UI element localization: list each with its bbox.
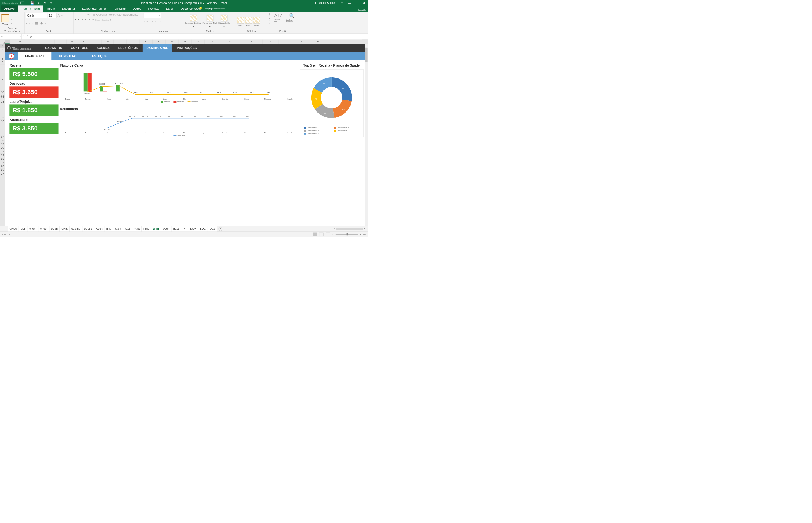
- sheet-tab-active[interactable]: dFin: [151, 226, 161, 232]
- tab-desenhar[interactable]: Desenhar: [58, 5, 78, 12]
- sheet-tab[interactable]: cProd: [8, 226, 19, 232]
- col-header[interactable]: H: [102, 39, 113, 44]
- delete-cells-button[interactable]: Excluir: [245, 17, 252, 26]
- align-left-icon[interactable]: ≡: [75, 19, 76, 21]
- sheet-tab[interactable]: cMat: [60, 226, 70, 232]
- clear-icon[interactable]: ◇ ▾: [269, 22, 271, 26]
- decrease-indent-icon[interactable]: ⇤: [85, 19, 86, 21]
- col-header[interactable]: M: [166, 39, 179, 44]
- col-header[interactable]: P: [205, 39, 219, 44]
- fill-icon[interactable]: ⬇ ▾: [269, 18, 271, 21]
- conditional-formatting-button[interactable]: Formatação Condicional ▾: [186, 15, 201, 28]
- tab-revisao[interactable]: Revisão: [145, 5, 163, 12]
- col-header[interactable]: K: [140, 39, 153, 44]
- share-button[interactable]: ⇪Compartilhar: [356, 9, 366, 11]
- sheet-nav-prev-icon[interactable]: ◀: [1, 228, 2, 230]
- sheet-scroll-right-icon[interactable]: ▶: [364, 228, 366, 230]
- autosave-toggle[interactable]: Salvamento Automático: [2, 2, 25, 4]
- font-size-select[interactable]: [48, 13, 57, 18]
- col-header[interactable]: F: [78, 39, 90, 44]
- increase-indent-icon[interactable]: ⇥: [89, 19, 90, 21]
- col-header[interactable]: B: [10, 39, 31, 44]
- sheet-tab[interactable]: rCon: [113, 226, 123, 232]
- accounting-format-icon[interactable]: ▾: [144, 21, 144, 22]
- select-all-triangle[interactable]: [0, 39, 5, 44]
- cut-icon[interactable]: ✂: [11, 15, 12, 17]
- col-header[interactable]: D: [55, 39, 66, 44]
- view-normal-icon[interactable]: [313, 233, 317, 236]
- close-icon[interactable]: ✕: [363, 1, 366, 5]
- cell-styles-button[interactable]: Estilos de Célula ▾: [218, 15, 229, 28]
- merge-center-button[interactable]: ⬌ Mesclar e Centralizar ▾: [92, 18, 111, 21]
- enter-formula-icon[interactable]: ✓: [27, 35, 28, 38]
- col-header[interactable]: G: [90, 39, 102, 44]
- sheet-tab[interactable]: rFlu: [105, 226, 113, 232]
- align-top-icon[interactable]: ≡: [75, 13, 76, 17]
- underline-button[interactable]: S: [32, 21, 33, 25]
- sheet-tab[interactable]: cPlan: [38, 226, 49, 232]
- sort-filter-button[interactable]: A↓ZClassificar e Filtrar: [273, 13, 283, 22]
- vertical-scrollbar[interactable]: [365, 44, 368, 226]
- nav-instrucoes[interactable]: INSTRUÇÕES: [173, 44, 201, 52]
- col-header[interactable]: L: [153, 39, 166, 44]
- row-headers[interactable]: 1 2 3 6 8 9 10 11 12 13 15 16 17 18 19 2…: [0, 44, 5, 226]
- col-header[interactable]: V: [310, 39, 326, 44]
- nav-controle[interactable]: CONTROLE: [67, 44, 92, 52]
- expand-formula-bar-icon[interactable]: ⌄: [362, 35, 368, 38]
- redo-icon[interactable]: ↷: [44, 1, 47, 5]
- name-box[interactable]: A1▾: [0, 34, 22, 39]
- tab-arquivo[interactable]: Arquivo: [1, 5, 18, 12]
- tab-formulas[interactable]: Fórmulas: [109, 5, 129, 12]
- sheet-tab[interactable]: cCon: [49, 226, 59, 232]
- subtab-consultas[interactable]: CONSULTAS: [51, 52, 85, 60]
- col-header[interactable]: R: [241, 39, 263, 44]
- find-select-button[interactable]: 🔍Localizar e Selecionar: [286, 13, 298, 22]
- decrease-decimal-icon[interactable]: ←.0: [160, 21, 162, 22]
- italic-button[interactable]: I: [29, 21, 30, 25]
- paste-icon[interactable]: [1, 14, 9, 22]
- tab-dados[interactable]: Dados: [129, 5, 145, 12]
- paste-button[interactable]: Colar: [2, 23, 9, 26]
- horizontal-scrollbar[interactable]: [336, 228, 363, 230]
- sheet-tab[interactable]: dEst: [172, 226, 181, 232]
- column-headers[interactable]: A B C D E F G H I J K L M N O P Q R S T …: [0, 39, 368, 44]
- sheet-tab[interactable]: cForn: [28, 226, 38, 232]
- col-header[interactable]: E: [67, 39, 78, 44]
- ribbon-options-icon[interactable]: ▭: [340, 1, 343, 5]
- sheet-tab[interactable]: DUV: [188, 226, 198, 232]
- col-header[interactable]: A: [5, 39, 10, 44]
- col-header[interactable]: I: [113, 39, 126, 44]
- sheet-tab[interactable]: dCon: [161, 226, 171, 232]
- font-name-select[interactable]: [26, 13, 47, 18]
- user-name[interactable]: Leandro Borges: [315, 1, 336, 5]
- fill-color-button[interactable]: ◆: [40, 21, 43, 25]
- font-color-button[interactable]: A: [45, 21, 46, 25]
- worksheet[interactable]: 1 2 3 6 8 9 10 11 12 13 15 16 17 18 19 2…: [0, 44, 368, 226]
- nav-relatorios[interactable]: RELATÓRIOS: [114, 44, 142, 52]
- zoom-slider[interactable]: [336, 234, 358, 235]
- col-header[interactable]: U: [294, 39, 310, 44]
- sheet-tab[interactable]: rImp: [142, 226, 151, 232]
- formula-input[interactable]: [35, 34, 362, 39]
- sheet-tab[interactable]: SUG: [198, 226, 208, 232]
- format-as-table-button[interactable]: Formatar como Tabela ▾: [202, 15, 217, 28]
- sheet-tab[interactable]: cCli: [19, 226, 27, 232]
- number-format-select[interactable]: [144, 13, 161, 18]
- col-header[interactable]: S: [262, 39, 278, 44]
- orientation-icon[interactable]: ⟲: [87, 13, 90, 17]
- decrease-font-icon[interactable]: A: [61, 14, 63, 17]
- percent-format-icon[interactable]: %: [147, 21, 148, 22]
- comma-format-icon[interactable]: 000: [150, 21, 153, 22]
- save-icon[interactable]: 💾: [30, 1, 34, 5]
- zoom-out-button[interactable]: −: [333, 234, 333, 235]
- col-header[interactable]: O: [192, 39, 205, 44]
- nav-cadastro[interactable]: CADASTRO: [41, 44, 66, 52]
- tab-layout[interactable]: Layout da Página: [79, 5, 110, 12]
- subtab-estoque[interactable]: ESTOQUE: [85, 52, 114, 60]
- view-page-layout-icon[interactable]: [319, 233, 324, 236]
- bold-button[interactable]: N: [26, 21, 27, 25]
- increase-decimal-icon[interactable]: .0→: [155, 21, 158, 22]
- format-painter-icon[interactable]: 🖌: [11, 23, 12, 24]
- tab-pagina-inicial[interactable]: Página Inicial: [18, 5, 43, 12]
- sheet-tab[interactable]: cComp: [70, 226, 82, 232]
